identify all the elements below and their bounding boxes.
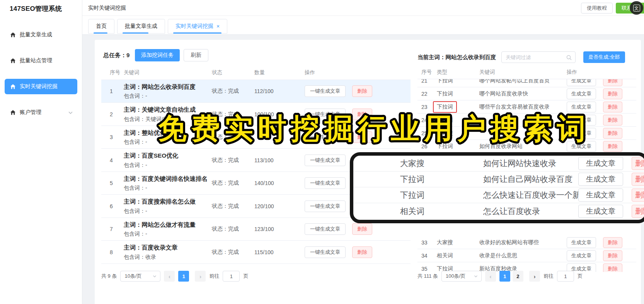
page-number-button[interactable]: 2 [513,271,523,282]
generate-article-button: 生成文章 [578,205,623,218]
main-keyword: 主词：整站优化 [124,129,208,137]
delete-button[interactable]: 删除 [352,223,372,235]
include-words: 包含词：- [124,139,208,146]
keyword-cell: 主词：网站怎么做才有流量 包含词：- [124,218,212,240]
keyword-type: 大家搜 [437,130,453,137]
actions-cell: 生成文章 删除 [567,88,636,99]
sidebar-item-label: 账户管理 [20,109,41,116]
delete-button[interactable]: 删除 [603,141,622,152]
keyword-type: 相关词 [400,206,483,217]
col-type: 类型 [437,69,479,76]
delete-button[interactable]: 删除 [603,128,622,139]
page-number-button[interactable]: 1 [499,271,510,282]
generate-article-button[interactable]: 生成文章 [567,250,596,261]
generate-article-button[interactable]: 生成文章 [567,141,596,152]
generate-article-button[interactable]: 一键生成文章 [305,223,346,235]
delete-button[interactable]: 删除 [352,131,372,143]
page-size-select[interactable]: 10条/页 [120,271,160,282]
generate-article-button[interactable]: 生成文章 [567,79,596,86]
goto-page-input[interactable] [557,271,574,282]
keyword-cell: 哪些平台发文容易被百度收录 [479,104,567,110]
sidebar-item[interactable]: 账户管理 [5,105,77,120]
tab[interactable]: 实时关键词挖掘 × [168,19,227,34]
sidebar: 147SEO管理系统 批量文章生成 批量站点管理 实时关键词挖掘 账户管理 [0,0,82,304]
col-actions: 操作 [300,69,411,76]
add-task-button[interactable]: 添加挖词任务 [135,49,180,61]
keyword-type: 下拉词 [437,117,453,124]
generate-article-button[interactable]: 生成文章 [567,102,596,112]
generate-article-button[interactable]: 一键生成文章 [305,131,346,143]
actions-cell: 生成文章 删除 [567,128,636,139]
delete-button[interactable]: 删除 [352,246,372,258]
generate-article-button[interactable]: 一键生成文章 [305,246,346,258]
refresh-button[interactable]: 刷新 [184,49,208,61]
sidebar-item[interactable]: 批量站点管理 [5,53,77,68]
quantity-cell: 100/100 [254,111,300,117]
include-words: 包含词：收录 [124,254,208,261]
status-cell: 状态：完成 [212,226,254,233]
delete-button[interactable]: 删除 [603,250,622,261]
generate-article-button[interactable]: 生成文章 [567,88,596,99]
actions-cell: 一键生成文章 删除 [300,223,411,235]
generate-article-button[interactable]: 一键生成文章 [305,200,346,212]
delete-button[interactable]: 删除 [603,263,622,272]
tab-underline [173,32,221,34]
keyword-table-header: 序号 类型 关键词 操作 [417,68,636,79]
delete-button[interactable]: 删除 [603,88,622,99]
generate-all-button[interactable]: 是否生成:全部 [583,51,625,63]
generate-article-button[interactable]: 一键生成文章 [305,177,346,189]
generate-article-button[interactable]: 一键生成文章 [305,155,346,166]
home-icon [10,58,16,64]
quantity-cell: 123/100 [254,226,300,232]
delete-button[interactable]: 删除 [603,237,622,248]
sidebar-item[interactable]: 批量文章生成 [5,27,77,42]
keyword-cell: 收录是什么意思 [479,252,567,259]
keyword-filter-input[interactable] [502,52,575,63]
keyword-text: 怎么快速让百度收录一个新站 [483,190,578,200]
search-icon [566,54,572,61]
zoom-callout-box: 大家搜 如何让网站快速收录 生成文章 删除 下拉词 如何让自己网站收录百度 生成… [350,152,644,223]
row-number: 22 [417,91,437,97]
close-icon[interactable]: × [216,23,220,29]
tab[interactable]: 首页 [88,19,114,34]
status-cell: 状态：完成 [212,134,254,141]
sidebar-item[interactable]: 实时关键词挖掘 [5,79,77,94]
keyword-type: 下拉词 [434,102,456,112]
delete-button[interactable]: 删除 [352,109,372,120]
generate-article-button[interactable]: 一键生成文章 [305,85,346,97]
keyword-cell: 哪个网站发帖可以上百度首页 [479,79,567,84]
goto-page-input[interactable] [223,271,240,282]
col-actions: 操作 [567,69,636,76]
delete-button: 删除 [632,173,644,186]
task-table-header: 序号 关键词 状态 数量 操作 [101,67,411,80]
delete-button[interactable]: 删除 [603,102,622,112]
prev-page-button[interactable]: ‹ [164,271,175,282]
main-keyword: 主词：百度SEO优化 [124,151,208,160]
generate-article-button[interactable]: 生成文章 [567,128,596,139]
keyword-type: 下拉词 [400,190,483,200]
status-cell: 状态：完成 [212,157,254,164]
page-number-button[interactable]: 1 [178,271,189,282]
delete-button[interactable]: 删除 [603,115,622,126]
generate-article-button[interactable]: 生成文章 [567,237,596,248]
generate-article-button[interactable]: 生成文章 [567,115,596,126]
delete-button[interactable]: 删除 [352,85,372,97]
keyword-cell: 主词：整站优化 包含词：- [124,126,212,148]
next-page-button[interactable]: › [195,271,206,282]
keyword-pagination: 共 111 条 100条/页 ‹ 12 › 前往 页 [417,271,583,282]
generate-article-button[interactable]: 一键生成文章 [305,109,346,120]
prev-page-button[interactable]: ‹ [485,271,496,282]
page-size-select[interactable]: 100条/页 [441,271,482,282]
row-number: 1 [101,88,124,94]
total-tasks-label: 总任务：9 [103,52,129,59]
keyword-text: 如何让自己网站收录百度 [483,174,578,185]
tab-underline [123,32,148,34]
help-tutorial-button[interactable]: 使用教程 [581,3,613,14]
actions-cell: 生成文章 删除 [567,250,636,261]
tab[interactable]: 批量文章生成 [117,19,165,34]
task-pagination: 共 9 条 10条/页 ‹ 1 › 前往 页 [101,271,248,282]
next-page-button[interactable]: › [529,271,540,282]
delete-button[interactable]: 删除 [603,79,622,86]
current-main-keyword: 当前主词：网站怎么收录到百度 [417,54,496,61]
translate-widget-icon[interactable]: 文 [630,1,643,15]
